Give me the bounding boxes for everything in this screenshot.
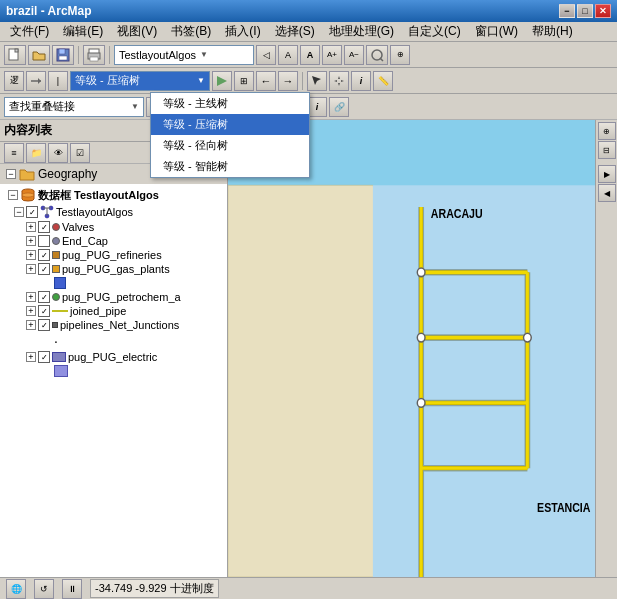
layer-testlayout[interactable]: − TestlayoutAlgos <box>0 204 227 220</box>
layer-refineries[interactable]: + pug_PUG_refineries <box>0 248 227 262</box>
petro-expand[interactable]: + <box>26 292 36 302</box>
menu-insert[interactable]: 插入(I) <box>219 22 266 41</box>
menu-help[interactable]: 帮助(H) <box>526 22 579 41</box>
menu-view[interactable]: 视图(V) <box>111 22 163 41</box>
layout-edit-btn[interactable]: 逻 <box>4 71 24 91</box>
menu-file[interactable]: 文件(F) <box>4 22 55 41</box>
tb-btn5[interactable]: A− <box>344 45 364 65</box>
gas-expand[interactable]: + <box>26 264 36 274</box>
valves-label: Valves <box>62 221 94 233</box>
toc-list-view[interactable]: ≡ <box>4 143 24 163</box>
tb-btn7[interactable]: ⊕ <box>390 45 410 65</box>
jn-checkbox[interactable] <box>38 319 50 331</box>
open-button[interactable] <box>28 45 50 65</box>
tb-zoom-btn[interactable]: ⊞ <box>234 71 254 91</box>
elec-expand[interactable]: + <box>26 352 36 362</box>
print-button[interactable] <box>83 45 105 65</box>
jp-expand[interactable]: + <box>26 306 36 316</box>
layer-valves[interactable]: + Valves <box>0 220 227 234</box>
menu-geoprocessing[interactable]: 地理处理(G) <box>323 22 400 41</box>
toc-selection-view[interactable]: ☑ <box>70 143 90 163</box>
layer-joinedpipe[interactable]: + joined_pipe <box>0 304 227 318</box>
tree-type-dropdown[interactable]: 等级 - 压缩树 ▼ <box>70 71 210 91</box>
tb-select-btn[interactable] <box>307 71 327 91</box>
tree-dropdown-arrow: ▼ <box>197 76 205 85</box>
menu-edit[interactable]: 编辑(E) <box>57 22 109 41</box>
layer-electric[interactable]: + pug_PUG_electric <box>0 350 227 364</box>
tl-expand[interactable]: − <box>14 207 24 217</box>
tb-hyperlink[interactable]: 🔗 <box>329 97 349 117</box>
tb-identify[interactable]: i <box>307 97 327 117</box>
rs-btn2[interactable]: ⊟ <box>598 141 616 159</box>
layout-mode-btn[interactable]: | <box>48 71 68 91</box>
tb-btn2[interactable]: A <box>278 45 298 65</box>
minimize-button[interactable]: − <box>559 4 575 18</box>
map-area[interactable]: ARACAJU ESTANCIA <box>228 120 595 577</box>
status-globe[interactable]: 🌐 <box>6 579 26 599</box>
menu-item-radial[interactable]: 等级 - 径向树 <box>151 135 309 156</box>
tb-btn3[interactable]: A <box>300 45 320 65</box>
endcap-expand[interactable]: + <box>26 236 36 246</box>
maximize-button[interactable]: □ <box>577 4 593 18</box>
search-dropdown[interactable]: 查找重叠链接 ▼ <box>4 97 144 117</box>
status-pause[interactable]: ⏸ <box>62 579 82 599</box>
refin-expand[interactable]: + <box>26 250 36 260</box>
svg-point-47 <box>524 333 532 342</box>
refin-checkbox[interactable] <box>38 249 50 261</box>
tb-measure-btn[interactable]: 📏 <box>373 71 393 91</box>
layout-dropdown[interactable]: TestlayoutAlgos ▼ <box>114 45 254 65</box>
tb-btn6[interactable] <box>366 45 388 65</box>
coords-text: -34.749 -9.929 十进制度 <box>95 581 214 596</box>
df-expand[interactable]: − <box>8 190 18 200</box>
jn-label: pipelines_Net_Junctions <box>60 319 179 331</box>
menu-bookmark[interactable]: 书签(B) <box>165 22 217 41</box>
rs-btn4[interactable]: ◀ <box>598 184 616 202</box>
menu-window[interactable]: 窗口(W) <box>469 22 524 41</box>
menu-item-smart[interactable]: 等级 - 智能树 <box>151 156 309 177</box>
close-button[interactable]: ✕ <box>595 4 611 18</box>
jp-checkbox[interactable] <box>38 305 50 317</box>
svg-rect-25 <box>373 185 595 577</box>
rs-btn3[interactable]: ▶ <box>598 165 616 183</box>
tb-btn4[interactable]: A+ <box>322 45 342 65</box>
dataframe-label: 数据框 TestlayoutAlgos <box>38 188 159 203</box>
layer-junctions[interactable]: + pipelines_Net_Junctions <box>0 318 227 332</box>
menu-select[interactable]: 选择(S) <box>269 22 321 41</box>
menu-customize[interactable]: 自定义(C) <box>402 22 467 41</box>
layer-endcap[interactable]: + End_Cap <box>0 234 227 248</box>
tree-type-label: 等级 - 压缩树 <box>75 73 193 88</box>
toc-source-view[interactable]: 📁 <box>26 143 46 163</box>
refin-label: pug_PUG_refineries <box>62 249 162 261</box>
tl-checkbox[interactable] <box>26 206 38 218</box>
layer-petrochem[interactable]: + pug_PUG_petrochem_a <box>0 290 227 304</box>
menu-item-mainline[interactable]: 等级 - 主线树 <box>151 93 309 114</box>
status-refresh[interactable]: ↺ <box>34 579 54 599</box>
dataframe-item[interactable]: − 数据框 TestlayoutAlgos <box>0 186 227 204</box>
gas-checkbox[interactable] <box>38 263 50 275</box>
layout-arrow-btn[interactable] <box>26 71 46 91</box>
toc-visibility-view[interactable]: 👁 <box>48 143 68 163</box>
tb-run-btn[interactable] <box>212 71 232 91</box>
jn-expand[interactable]: + <box>26 320 36 330</box>
rs-btn1[interactable]: ⊕ <box>598 122 616 140</box>
layer-gasplants[interactable]: + pug_PUG_gas_plants <box>0 262 227 276</box>
new-button[interactable] <box>4 45 26 65</box>
valves-checkbox[interactable] <box>38 221 50 233</box>
endcap-checkbox[interactable] <box>38 235 50 247</box>
layout-dropdown-label: TestlayoutAlgos <box>119 49 196 61</box>
svg-marker-12 <box>217 76 227 86</box>
petro-checkbox[interactable] <box>38 291 50 303</box>
gas-symbol <box>52 265 60 273</box>
elec-checkbox[interactable] <box>38 351 50 363</box>
valves-expand[interactable]: + <box>26 222 36 232</box>
tb-arrow-prev[interactable]: ← <box>256 71 276 91</box>
tb-info-btn[interactable]: i <box>351 71 371 91</box>
menu-bar: 文件(F) 编辑(E) 视图(V) 书签(B) 插入(I) 选择(S) 地理处理… <box>0 22 617 42</box>
geo-expand[interactable]: − <box>6 169 16 179</box>
status-bar: 🌐 ↺ ⏸ -34.749 -9.929 十进制度 <box>0 577 617 599</box>
tb-arrow-next[interactable]: → <box>278 71 298 91</box>
tb-btn1[interactable]: ◁ <box>256 45 276 65</box>
menu-item-compact[interactable]: 等级 - 压缩树 <box>151 114 309 135</box>
save-button[interactable] <box>52 45 74 65</box>
tb-pan-btn[interactable] <box>329 71 349 91</box>
